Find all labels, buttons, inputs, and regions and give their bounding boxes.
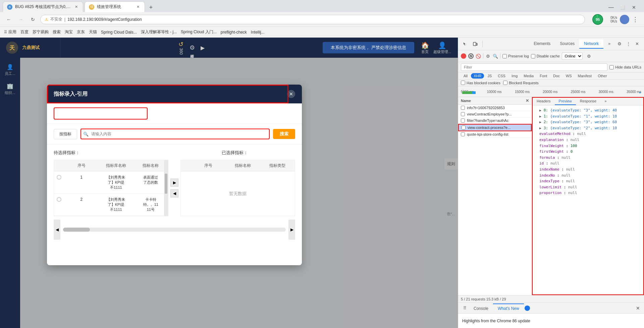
record-btn[interactable] <box>461 53 466 59</box>
net-row-4-checkbox[interactable] <box>461 132 465 136</box>
scroll-right-btn[interactable]: ▶ <box>288 220 295 240</box>
sidebar-item-employee[interactable]: 👤 员工... <box>2 61 18 79</box>
type-btn-img[interactable]: Img <box>509 73 520 79</box>
speedometer-extension[interactable]: 95 <box>588 14 608 25</box>
net-row-0[interactable]: info?t=1606792026853 <box>458 105 532 111</box>
type-btn-css[interactable]: CSS <box>495 73 508 79</box>
net-row-0-checkbox[interactable] <box>461 106 465 110</box>
search-icon[interactable]: 🔍 <box>493 53 498 59</box>
admin-btn[interactable]: 👤 超级管理... <box>433 41 451 54</box>
net-row-4[interactable]: quote-kpi-store-config-list <box>458 131 532 138</box>
json-expand-2[interactable]: ▶ <box>539 120 541 124</box>
devtools-close-btn[interactable]: ✕ <box>633 40 641 48</box>
blocked-requests-checkbox[interactable] <box>503 81 507 85</box>
dt-tab-sources[interactable]: Sources <box>555 39 579 49</box>
name-col-close[interactable]: ✕ <box>526 98 529 103</box>
net-row-3[interactable]: view-contract-process?e... <box>458 124 532 131</box>
bottom-close-btn[interactable]: ✕ <box>635 305 641 312</box>
disable-cache-checkbox[interactable] <box>531 54 535 58</box>
hide-urls-checkbox[interactable] <box>609 65 614 69</box>
bottom-tab-whats-new[interactable]: What's New <box>493 303 524 313</box>
blocked-cookies-label[interactable]: Has blocked cookies <box>461 81 500 85</box>
row1-radio[interactable] <box>57 175 61 180</box>
disable-cache-label[interactable]: Disable cache <box>531 54 560 58</box>
search-submit-btn[interactable]: 搜索 <box>273 129 295 139</box>
back-btn[interactable]: ← <box>4 15 13 24</box>
bookmark-suning[interactable]: 苏宁易购 <box>33 29 49 35</box>
filter-input[interactable] <box>461 63 607 71</box>
type-btn-ws[interactable]: WS <box>563 73 575 79</box>
tab2-close[interactable]: ✕ <box>135 4 141 10</box>
net-row-2[interactable]: filter?handleType=authAc <box>458 118 532 124</box>
devtools-settings-btn[interactable]: ⚙ <box>615 40 624 48</box>
refresh-btn[interactable]: ↻ <box>28 15 38 24</box>
bookmark-baidu[interactable]: 百度 <box>20 29 29 35</box>
inspect-element-btn[interactable] <box>461 40 470 48</box>
tab-perf[interactable]: 绩 绩效管理系统 ✕ <box>85 1 145 12</box>
search-type-btn[interactable]: 按指标 <box>54 129 77 139</box>
online-select[interactable]: Online <box>562 52 583 60</box>
preserve-log-checkbox[interactable] <box>502 54 507 58</box>
bookmark-apps[interactable]: ⠿ 应用 <box>4 29 16 35</box>
net-row-1-checkbox[interactable] <box>461 112 465 116</box>
bookmark-search[interactable]: 搜索 <box>53 29 61 35</box>
forward-btn[interactable]: → <box>16 15 25 24</box>
network-monitor-icon[interactable]: 0K/s 0K/s <box>609 15 619 24</box>
home-btn[interactable]: 🏠 首页 <box>421 41 429 54</box>
scroll-left-btn[interactable]: ◀ <box>54 220 60 240</box>
tab1-close[interactable]: ✕ <box>73 4 79 10</box>
type-btn-media[interactable]: Media <box>521 73 536 79</box>
dt-tab-network[interactable]: Network <box>579 39 603 49</box>
online-settings-icon[interactable]: ⚙ <box>585 52 593 60</box>
type-btn-js[interactable]: JS <box>485 73 494 79</box>
device-mode-btn[interactable] <box>471 40 480 48</box>
preserve-log-label[interactable]: Preserve log <box>502 54 529 58</box>
bookmark-intellij[interactable]: Intellij... <box>251 30 265 35</box>
move-right-btn[interactable]: ▶ <box>170 179 178 187</box>
profile-avatar[interactable] <box>620 15 629 24</box>
close-btn[interactable]: ✕ <box>629 3 639 12</box>
detail-tab-preview[interactable]: Preview <box>555 98 576 105</box>
more-btn[interactable]: ⋮ <box>631 15 640 24</box>
row2-radio[interactable] <box>57 197 61 202</box>
bookmark-idempotent[interactable]: 深入理解幂等性 - j... <box>141 29 177 35</box>
devtools-more-btn[interactable]: ⋮ <box>624 40 633 48</box>
bookmark-taobao[interactable]: 淘宝 <box>65 29 73 35</box>
bookmark-tmall[interactable]: 天猫 <box>89 29 97 35</box>
hide-urls-label[interactable]: Hide data URLs <box>609 65 641 69</box>
move-left-btn[interactable]: ◀ <box>170 189 178 197</box>
search-input[interactable] <box>80 129 270 139</box>
left-table-scrollbar[interactable] <box>164 160 168 216</box>
type-btn-other[interactable]: Other <box>595 73 610 79</box>
bookmark-spring1[interactable]: Spring Cloud Dals... <box>101 30 137 35</box>
nav-settings[interactable]: ⚙ 系统设置 <box>186 41 198 54</box>
type-btn-all[interactable]: All <box>461 73 470 79</box>
dialog-text-input[interactable] <box>54 107 148 120</box>
devtools-menu-btn[interactable]: ⠿ <box>461 304 469 312</box>
minimize-btn[interactable]: — <box>606 3 616 12</box>
address-bar[interactable]: ⚠ 不安全 | 192.168.2.190:9009/#/agentConfig… <box>40 15 585 24</box>
blocked-cookies-checkbox[interactable] <box>461 81 465 85</box>
horizontal-scrollbar[interactable] <box>63 228 286 232</box>
type-btn-manifest[interactable]: Manifest <box>575 73 595 79</box>
bottom-tab-console[interactable]: Console <box>469 303 493 313</box>
stop-btn[interactable] <box>468 53 474 59</box>
sidebar-item-org[interactable]: 🏢 组织... <box>2 80 18 98</box>
blocked-requests-label[interactable]: Blocked Requests <box>503 81 539 85</box>
new-tab-btn[interactable]: + <box>146 3 156 12</box>
type-btn-font[interactable]: Font <box>537 73 550 79</box>
dialog-close-btn[interactable]: ✕ <box>287 90 295 98</box>
net-row-1[interactable]: viewContractEmployee?p... <box>458 111 532 118</box>
filter-icon[interactable]: ⚙ <box>485 53 491 59</box>
nav-360[interactable]: ↺ 360测评 <box>175 38 186 57</box>
json-expand-3[interactable]: ▶ <box>539 126 541 130</box>
detail-tab-response[interactable]: Response <box>576 98 601 105</box>
type-btn-doc[interactable]: Doc <box>550 73 562 79</box>
detail-tab-headers[interactable]: Headers <box>533 98 555 105</box>
type-btn-xhr[interactable]: XHR <box>471 73 484 79</box>
json-expand-0[interactable]: ▶ <box>539 108 541 112</box>
detail-tab-more[interactable]: » <box>600 98 610 105</box>
bookmark-spring2[interactable]: Spring Cloud 入门... <box>181 29 217 35</box>
dt-tab-more[interactable]: » <box>603 39 615 49</box>
tab-bug825[interactable]: B BUG #825 考核流程节点为0, 止 ✕ <box>3 1 83 12</box>
